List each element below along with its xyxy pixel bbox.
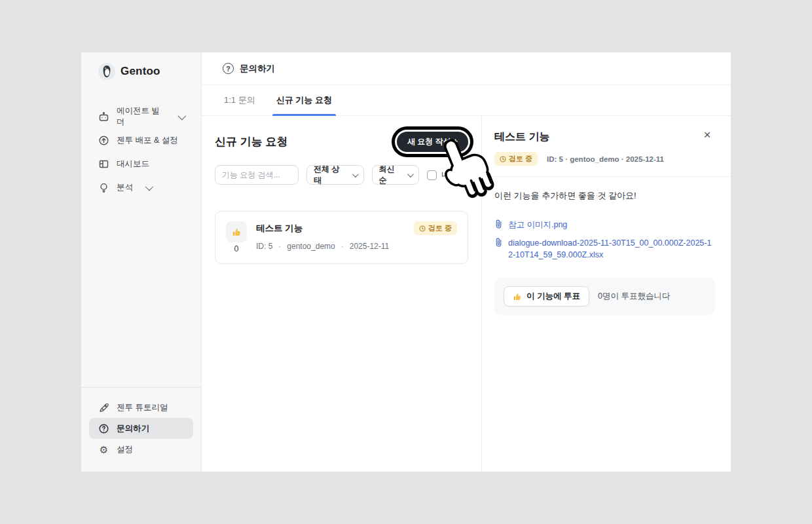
feature-detail-panel: 테스트 기능 × 검토 중 ID: 5 · gentoo_demo · 2025… [482,116,731,472]
feature-request-card[interactable]: 0 테스트 기능 검토 중 [215,211,468,264]
sidebar-item-label: 에이전트 빌더 [117,105,166,128]
sidebar-item-label: 젠투 배포 & 설정 [117,135,178,146]
card-vote-count: 0 [234,244,239,253]
vote-count-text: 0명이 투표했습니다 [598,291,670,302]
sidebar: Gentoo 에이전트 빌더 [81,52,202,472]
card-status-text: 검토 중 [428,223,452,233]
paperclip-icon [494,219,503,229]
content: 신규 기능 요청 새 요청 작성 + 전체 상태 최신순 내 [202,116,731,472]
gear-icon: ⚙ [98,444,109,455]
sort-filter-select[interactable]: 최신순 [372,165,419,185]
sidebar-bottom-nav: 젠투 튜토리얼 문의하기 ⚙ 설정 [81,387,201,460]
sidebar-item-label: 설정 [117,444,133,455]
question-icon: ? [223,63,234,74]
card-author: gentoo_demo [287,242,335,251]
sidebar-item-tutorial[interactable]: 젠투 튜토리얼 [89,397,193,418]
paperclip-icon [494,238,503,247]
robot-icon [98,111,109,122]
sidebar-item-dashboard[interactable]: 대시보드 [89,153,193,174]
card-id: ID: 5 [256,242,272,251]
feature-request-list-panel: 신규 기능 요청 새 요청 작성 + 전체 상태 최신순 내 [202,116,482,472]
tab-feature-request[interactable]: 신규 기능 요청 [276,85,332,115]
chevron-down-icon [352,171,359,178]
sidebar-item-label: 분석 [117,182,133,193]
dashboard-icon [98,159,109,170]
app-window: Gentoo 에이전트 빌더 [81,52,731,472]
rocket-icon [98,402,109,413]
close-icon[interactable]: × [699,126,715,142]
upload-circle-icon [98,135,109,146]
tab-one-on-one-inquiry[interactable]: 1:1 문의 [224,85,255,115]
bulb-icon [98,182,109,193]
sidebar-item-contact[interactable]: 문의하기 [89,418,193,439]
main-area: ? 문의하기 1:1 문의 신규 기능 요청 신규 기능 요청 새 요청 작성 … [202,52,731,472]
chevron-down-icon [407,171,414,178]
detail-status-text: 검토 중 [509,154,532,164]
status-filter-select[interactable]: 전체 상태 [306,165,364,185]
vote-section: 이 기능에 투표 0명이 투표했습니다 [494,278,715,315]
my-requests-label: 내 요청 [441,170,468,181]
card-date: 2025-12-11 [350,242,390,251]
filter-row: 전체 상태 최신순 내 요청 [215,165,468,185]
gentoo-penguin-logo-icon [98,63,115,80]
vote-button-label: 이 기능에 투표 [526,291,580,302]
card-vote-column: 0 [226,221,247,253]
chevron-down-icon [145,182,154,191]
question-circle-icon [98,423,109,434]
status-filter-value: 전체 상태 [314,164,347,186]
search-input[interactable] [215,165,299,185]
sidebar-divider [81,387,201,388]
clock-icon [500,156,506,162]
attachments-list: 참고 이미지.png dialogue-download-2025-11-30T… [494,219,715,261]
sidebar-item-label: 대시보드 [117,159,149,170]
tab-bar: 1:1 문의 신규 기능 요청 [202,85,731,116]
sidebar-item-analytics[interactable]: 분석 [89,177,193,198]
attachment-link: dialogue-download-2025-11-30T15_00_00.00… [508,237,715,261]
sidebar-item-label: 문의하기 [117,423,149,434]
sort-filter-value: 최신순 [379,164,403,186]
thumbs-up-icon [513,292,522,301]
sidebar-item-label: 젠투 튜토리얼 [117,402,168,413]
logo: Gentoo [81,52,201,81]
page-header: ? 문의하기 [202,52,731,85]
detail-meta: ID: 5 · gentoo_demo · 2025-12-11 [547,155,664,163]
sidebar-nav: 에이전트 빌더 젠투 배포 & 설정 [81,106,201,198]
card-title: 테스트 기능 [256,223,303,234]
detail-body: 이런 기능을 추가하면 좋을 것 같아요! 참고 이미지.png [482,177,731,315]
sidebar-item-deploy-settings[interactable]: 젠투 배포 & 설정 [89,130,193,151]
new-request-button[interactable]: 새 요청 작성 + [397,132,468,152]
my-requests-checkbox[interactable] [427,170,437,180]
vote-button[interactable]: 이 기능에 투표 [504,286,589,307]
detail-description: 이런 기능을 추가하면 좋을 것 같아요! [494,190,715,202]
attachment-item[interactable]: dialogue-download-2025-11-30T15_00_00.00… [494,237,715,261]
attachment-item[interactable]: 참고 이미지.png [494,219,715,231]
thumbs-up-icon[interactable] [226,221,247,242]
detail-status-badge: 검토 중 [494,152,538,166]
detail-title: 테스트 기능 [494,130,715,144]
clock-icon [419,225,426,232]
detail-header: 테스트 기능 × 검토 중 ID: 5 · gentoo_demo · 2025… [482,116,731,177]
sidebar-item-settings[interactable]: ⚙ 설정 [89,439,193,460]
attachment-link: 참고 이미지.png [508,219,567,231]
my-requests-filter: 내 요청 [427,170,468,181]
chevron-down-icon [178,111,186,119]
card-status-badge: 검토 중 [414,221,457,235]
page-title: 문의하기 [240,63,275,75]
logo-text: Gentoo [120,65,160,78]
card-meta: ID: 5 · gentoo_demo · 2025-12-11 [256,242,457,251]
sidebar-item-agent-builder[interactable]: 에이전트 빌더 [89,106,193,127]
list-panel-title: 신규 기능 요청 [215,134,287,149]
